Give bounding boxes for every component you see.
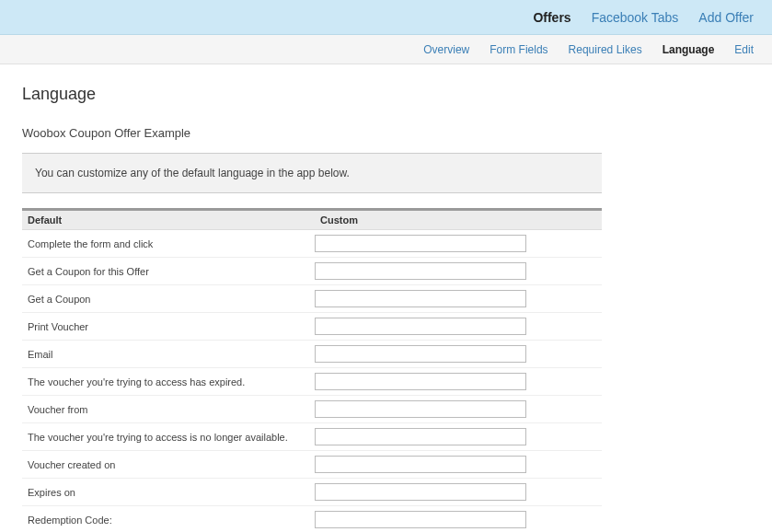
top-nav-offers[interactable]: Offers (533, 10, 570, 25)
top-nav-facebook-tabs[interactable]: Facebook Tabs (592, 10, 679, 25)
page-subtitle: Woobox Coupon Offer Example (22, 126, 750, 140)
default-label: Email (22, 346, 315, 363)
custom-input[interactable] (315, 318, 526, 335)
table-row: The voucher you're trying to access has … (22, 368, 602, 396)
table-row: The voucher you're trying to access is n… (22, 423, 602, 451)
table-row: Redemption Code: (22, 506, 602, 532)
default-label: Expires on (22, 484, 315, 501)
table-header: Default Custom (22, 211, 602, 230)
custom-input[interactable] (315, 456, 526, 473)
default-label: Redemption Code: (22, 512, 315, 528)
custom-input[interactable] (315, 511, 526, 528)
default-label: The voucher you're trying to access is n… (22, 429, 315, 445)
language-table: Default Custom Complete the form and cli… (22, 208, 602, 532)
table-row: Get a Coupon (22, 285, 602, 313)
table-row: Get a Coupon for this Offer (22, 258, 602, 285)
custom-input[interactable] (315, 400, 526, 418)
table-row: Print Voucher (22, 313, 602, 341)
custom-input[interactable] (315, 235, 526, 252)
header-custom: Custom (315, 211, 602, 229)
top-nav: Offers Facebook Tabs Add Offer (0, 0, 772, 35)
default-label: Get a Coupon for this Offer (22, 263, 315, 280)
header-default: Default (22, 211, 315, 229)
default-label: Print Voucher (22, 318, 315, 335)
sub-nav-form-fields[interactable]: Form Fields (490, 43, 547, 56)
sub-nav-required-likes[interactable]: Required Likes (569, 43, 642, 56)
sub-nav-language[interactable]: Language (663, 43, 715, 56)
default-label: Voucher created on (22, 457, 315, 473)
table-row: Email (22, 341, 602, 368)
custom-input[interactable] (315, 290, 526, 307)
info-box: You can customize any of the default lan… (22, 153, 602, 193)
custom-input[interactable] (315, 483, 526, 501)
table-row: Voucher from (22, 396, 602, 423)
default-label: Voucher from (22, 401, 315, 418)
sub-nav: Overview Form Fields Required Likes Lang… (0, 35, 772, 64)
table-row: Complete the form and click (22, 230, 602, 258)
custom-input[interactable] (315, 428, 526, 445)
default-label: The voucher you're trying to access has … (22, 374, 315, 390)
table-row: Expires on (22, 479, 602, 506)
default-label: Get a Coupon (22, 291, 315, 307)
sub-nav-edit[interactable]: Edit (734, 43, 754, 56)
page-title: Language (22, 85, 750, 104)
content: Language Woobox Coupon Offer Example You… (0, 64, 772, 532)
custom-input[interactable] (315, 373, 526, 390)
custom-input[interactable] (315, 262, 526, 280)
table-row: Voucher created on (22, 451, 602, 479)
sub-nav-overview[interactable]: Overview (423, 43, 469, 56)
custom-input[interactable] (315, 345, 526, 363)
default-label: Complete the form and click (22, 236, 315, 252)
top-nav-add-offer[interactable]: Add Offer (698, 10, 754, 25)
